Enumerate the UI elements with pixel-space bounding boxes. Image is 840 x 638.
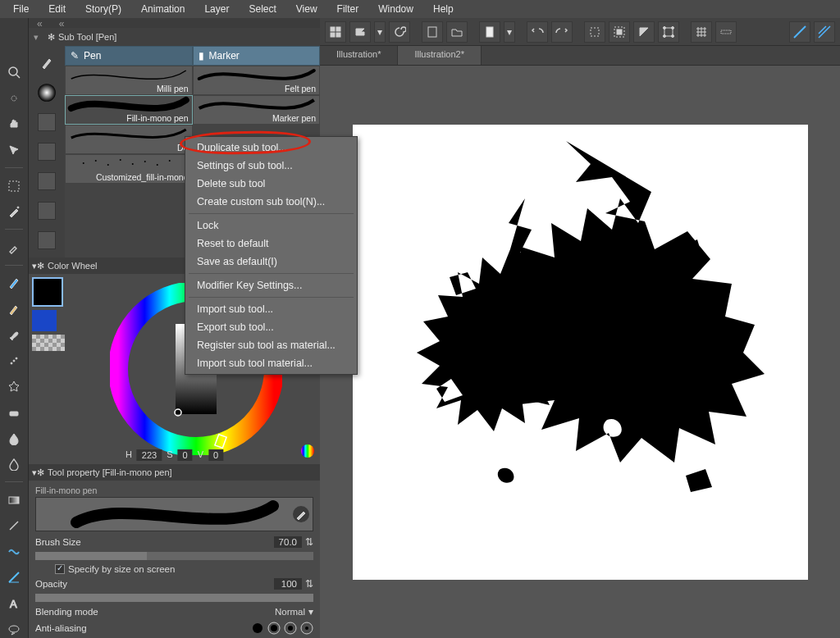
redo-button[interactable]	[551, 21, 573, 43]
opacity-slider[interactable]	[35, 594, 313, 602]
menu-layer[interactable]: Layer	[194, 1, 239, 17]
aa-options[interactable]	[251, 622, 313, 635]
tool-airbrush-icon[interactable]	[5, 353, 23, 370]
mi-export[interactable]: Export sub tool...	[185, 318, 357, 336]
opacity-value[interactable]: 100	[274, 578, 302, 590]
menu-story[interactable]: Story(P)	[75, 1, 131, 17]
transparency-swatch[interactable]	[32, 335, 65, 351]
subtool-group-color-icon[interactable]	[34, 80, 59, 105]
gear-icon[interactable]: ✻	[37, 261, 44, 271]
mi-import[interactable]: Import sub tool...	[185, 300, 357, 318]
stepper-icon[interactable]: ⇅	[305, 536, 313, 548]
mi-register-material[interactable]: Register sub tool as material...	[185, 336, 357, 354]
mi-save-default[interactable]: Save as default(I)	[185, 253, 357, 271]
thumbs-button[interactable]	[325, 21, 346, 43]
brush-size-value[interactable]: 70.0	[274, 536, 302, 548]
invert-sel-button[interactable]	[633, 21, 655, 43]
menu-help[interactable]: Help	[423, 1, 463, 17]
select-all-button[interactable]	[609, 21, 630, 43]
mi-import-material[interactable]: Import sub tool material...	[185, 354, 357, 372]
dropdown-button[interactable]	[349, 21, 371, 43]
spiral-button[interactable]	[389, 21, 410, 43]
s-value[interactable]: 0	[178, 449, 193, 461]
mi-delete[interactable]: Delete sub tool	[185, 175, 357, 193]
chevron-down-icon[interactable]: ▾	[374, 21, 386, 43]
tab-marker[interactable]: ▮ Marker	[193, 46, 321, 66]
tool-line-icon[interactable]	[5, 517, 23, 535]
deselect-button[interactable]	[584, 21, 605, 43]
mi-reset[interactable]: Reset to default	[185, 235, 357, 253]
brush-marker-pen[interactable]: Marker pen	[193, 95, 321, 125]
rgb-hsv-toggle-icon[interactable]	[300, 444, 315, 461]
brush-milli-pen[interactable]: Milli pen	[65, 66, 193, 95]
subtool-group-d-icon[interactable]	[34, 198, 59, 223]
mi-duplicate[interactable]: Duplicate sub tool...	[185, 139, 357, 157]
snap-a-button[interactable]	[789, 21, 810, 43]
brush-felt-pen[interactable]: Felt pen	[193, 66, 321, 95]
ruler-button[interactable]	[715, 21, 737, 43]
open-button[interactable]	[446, 21, 468, 43]
subtool-group-b-icon[interactable]	[34, 139, 59, 164]
chevron-down-icon[interactable]: ▾	[29, 32, 43, 43]
chevron-double-icon[interactable]: «	[37, 18, 43, 28]
chevron-down-icon[interactable]: ▾	[504, 21, 515, 43]
crop-button[interactable]	[658, 21, 679, 43]
tool-move-icon[interactable]	[5, 90, 23, 107]
tool-zoom-icon[interactable]	[5, 64, 23, 81]
menu-view[interactable]: View	[286, 1, 327, 17]
v-value[interactable]: 0	[208, 449, 223, 461]
canvas[interactable]	[353, 125, 808, 580]
subtool-group-e-icon[interactable]	[34, 228, 59, 253]
menu-animation[interactable]: Animation	[131, 1, 194, 17]
mi-settings[interactable]: Settings of sub tool...	[185, 157, 357, 175]
gear-icon[interactable]: ✻	[43, 32, 58, 43]
tool-figure-icon[interactable]	[5, 544, 23, 561]
brush-size-slider[interactable]	[35, 552, 313, 560]
tab-illustration2[interactable]: Illustration2*	[398, 46, 482, 65]
tool-operation-icon[interactable]	[5, 142, 23, 159]
tab-illustration[interactable]: Illustration*	[320, 46, 398, 65]
menu-filter[interactable]: Filter	[327, 1, 369, 17]
tool-eraser-icon[interactable]	[5, 404, 23, 422]
stepper-icon[interactable]: ⇅	[305, 578, 313, 590]
tool-eyedropper-icon[interactable]	[5, 239, 23, 256]
snap-b-button[interactable]	[814, 21, 835, 43]
tool-decoration-icon[interactable]	[5, 378, 23, 395]
page-button[interactable]	[479, 21, 500, 43]
blend-value[interactable]: Normal	[275, 607, 305, 617]
background-swatch[interactable]	[32, 310, 57, 331]
undo-button[interactable]	[527, 21, 548, 43]
tool-marquee-icon[interactable]	[5, 177, 23, 194]
menu-edit[interactable]: Edit	[39, 1, 75, 17]
new-button[interactable]	[422, 21, 443, 43]
tool-balloon-icon[interactable]	[5, 621, 23, 638]
subtool-group-c-icon[interactable]	[34, 169, 59, 194]
mi-modifier-key[interactable]: Modifier Key Settings...	[185, 276, 357, 294]
specify-checkbox[interactable]	[55, 564, 65, 574]
tool-brush-icon[interactable]	[5, 326, 23, 344]
tool-wand-icon[interactable]	[5, 203, 23, 221]
tool-pencil-icon[interactable]	[5, 300, 23, 317]
subtool-group-pen-icon[interactable]	[34, 51, 59, 75]
chevron-down-icon[interactable]: ▾	[308, 606, 313, 617]
tool-text-icon[interactable]: A	[5, 595, 23, 613]
menu-window[interactable]: Window	[368, 1, 423, 17]
tool-fill-icon[interactable]	[5, 456, 23, 473]
subtool-group-a-icon[interactable]	[34, 110, 59, 134]
tool-pen-icon[interactable]	[5, 275, 23, 292]
tool-hand-icon[interactable]	[5, 116, 23, 133]
menu-select[interactable]: Select	[239, 1, 285, 17]
mi-lock[interactable]: Lock	[185, 216, 357, 235]
gear-icon[interactable]: ✻	[37, 467, 44, 478]
tool-blend-icon[interactable]	[5, 430, 23, 447]
grid-button[interactable]	[691, 21, 712, 43]
menu-file[interactable]: File	[3, 1, 39, 17]
tab-pen[interactable]: ✎ Pen	[65, 46, 193, 66]
tool-ruler-icon[interactable]	[5, 569, 23, 586]
brush-fill-in-mono-pen[interactable]: Fill-in-mono pen	[65, 95, 193, 125]
foreground-swatch[interactable]	[32, 277, 63, 307]
chevron-double-icon[interactable]: «	[59, 18, 65, 28]
brush-de[interactable]: De	[65, 125, 193, 154]
mi-create-custom[interactable]: Create custom sub tool(N)...	[185, 193, 357, 211]
brush-customized-fill[interactable]: Customized_fill-in-mono	[65, 154, 193, 184]
